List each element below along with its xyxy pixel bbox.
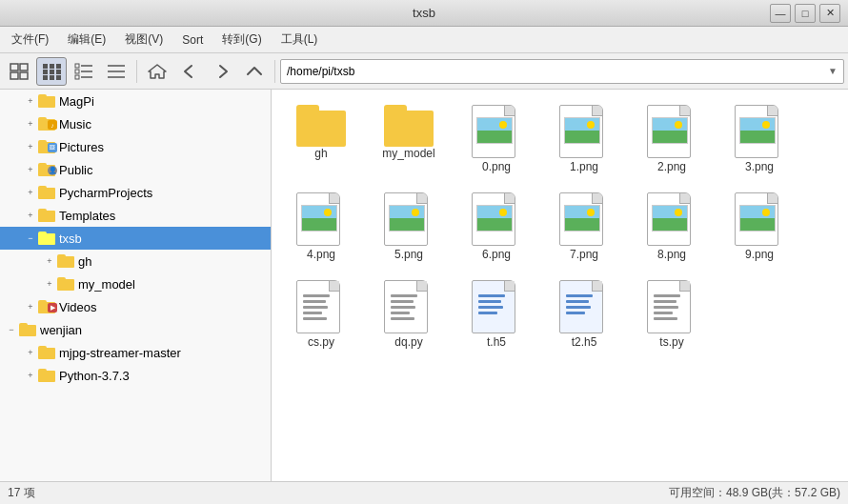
view-btn-1[interactable] [4,57,34,86]
sidebar-item-wenjian[interactable]: − wenjian [0,318,271,341]
png-icon-1 [559,105,609,160]
svg-rect-10 [43,75,48,80]
view-list-button[interactable] [101,57,131,86]
file-item-cspy[interactable]: cs.py [283,276,359,353]
menu-view[interactable]: 视图(V) [117,29,171,50]
folder-icon-mjpg [38,344,55,361]
file-item-my-model[interactable]: my_model [371,101,447,177]
file-label-9png: 9.png [745,248,774,261]
sidebar-item-mjpg[interactable]: + mjpg-streamer-master [0,341,271,364]
file-item-tspy[interactable]: ts.py [634,276,710,353]
expander-mjpg[interactable]: + [23,345,38,360]
file-item-3png[interactable]: 3.png [721,101,798,177]
file-item-dqpy[interactable]: dq.py [371,276,447,353]
toolbar-separator-1 [136,60,137,83]
menubar: 文件(F) 编辑(E) 视图(V) Sort 转到(G) 工具(L) [0,27,848,53]
sidebar-label-pictures: Pictures [59,140,104,154]
expander-videos[interactable]: + [23,299,38,314]
sidebar-label-txsb: txsb [59,232,82,246]
expander-pictures[interactable]: + [23,139,38,154]
folder-icon-gh [57,252,74,270]
file-item-7png[interactable]: 7.png [546,189,622,265]
file-item-2png[interactable]: 2.png [634,101,710,177]
file-label-8png: 8.png [657,248,686,261]
svg-rect-4 [43,64,48,69]
expander-public[interactable]: + [23,162,38,177]
main-area: + MagPi + ♪ Music + 🖼 Pictures [0,90,848,481]
png-icon-6 [472,192,521,248]
svg-rect-6 [56,64,61,69]
folder-icon-python [38,367,55,384]
sidebar-item-my-model[interactable]: + my_model [0,272,271,295]
png-icon-4 [296,192,346,248]
svg-rect-12 [56,75,61,80]
file-label-cspy: cs.py [308,335,334,349]
back-button[interactable] [174,57,205,86]
file-item-1png[interactable]: 1.png [546,101,622,177]
menu-file[interactable]: 文件(F) [4,29,56,50]
file-label-6png: 6.png [482,248,511,261]
png-icon-8 [647,192,697,248]
sidebar-item-gh[interactable]: + gh [0,250,271,272]
sidebar-item-videos[interactable]: + ▶ Videos [0,295,271,318]
folder-icon-gh-main [296,105,346,147]
expander-my-model[interactable]: + [42,276,57,292]
svg-rect-1 [20,64,28,71]
address-bar[interactable]: ▼ [280,59,844,84]
sidebar-item-templates[interactable]: + Templates [0,204,271,227]
file-label-gh: gh [314,147,327,160]
expander-templates[interactable]: + [23,208,38,223]
file-label-my-model: my_model [382,147,434,160]
sidebar-label-templates: Templates [59,209,115,223]
file-item-6png[interactable]: 6.png [458,189,535,265]
up-button[interactable] [239,57,270,86]
sidebar-item-pictures[interactable]: + 🖼 Pictures [0,135,271,158]
expander-txsb[interactable]: − [23,231,38,246]
folder-icon-public: 👤 [38,161,55,178]
forward-button[interactable] [207,57,237,86]
toolbar-separator-2 [274,60,275,83]
file-item-8png[interactable]: 8.png [634,189,710,265]
expander-gh[interactable]: + [42,253,57,269]
sidebar-item-magpi[interactable]: + MagPi [0,90,271,112]
expander-music[interactable]: + [23,116,38,131]
file-label-1png: 1.png [570,160,598,173]
file-item-0png[interactable]: 0.png [458,101,535,177]
png-icon-0 [472,105,521,160]
file-item-gh[interactable]: gh [283,101,359,177]
expander-pycharmprojects[interactable]: + [23,185,38,200]
png-icon-9 [735,192,784,248]
file-item-9png[interactable]: 9.png [721,189,798,265]
menu-goto[interactable]: 转到(G) [214,29,269,50]
file-item-4png[interactable]: 4.png [283,189,359,265]
menu-tools[interactable]: 工具(L) [273,29,326,50]
expander-wenjian[interactable]: − [4,322,19,337]
menu-sort[interactable]: Sort [174,30,211,50]
home-button[interactable] [142,57,172,86]
file-item-t2h5[interactable]: t2.h5 [546,276,622,353]
content-area: gh my_model 0.png [272,90,848,481]
address-input[interactable] [287,65,828,78]
minimize-button[interactable]: — [770,4,791,23]
svg-rect-5 [50,64,54,69]
svg-rect-13 [75,64,79,68]
sidebar-item-public[interactable]: + 👤 Public [0,158,271,181]
sidebar-item-music[interactable]: + ♪ Music [0,112,271,135]
close-button[interactable]: ✕ [819,4,840,23]
sidebar-item-python[interactable]: + Python-3.7.3 [0,364,271,387]
file-item-5png[interactable]: 5.png [371,189,447,265]
view-grid-button[interactable] [36,57,67,86]
sidebar-label-magpi: MagPi [59,94,94,109]
expander-python[interactable]: + [23,368,38,383]
titlebar: txsb — □ ✕ [0,0,848,27]
sidebar-item-txsb[interactable]: − txsb [0,227,271,250]
maximize-button[interactable]: □ [795,4,816,23]
address-dropdown-icon[interactable]: ▼ [828,66,838,76]
svg-rect-0 [10,64,18,71]
sidebar-item-pycharmprojects[interactable]: + PycharmProjects [0,181,271,204]
menu-edit[interactable]: 编辑(E) [60,29,113,50]
file-item-th5[interactable]: t.h5 [458,276,535,353]
svg-rect-8 [50,70,54,74]
view-compact-button[interactable] [69,57,99,86]
expander-magpi[interactable]: + [23,93,38,109]
